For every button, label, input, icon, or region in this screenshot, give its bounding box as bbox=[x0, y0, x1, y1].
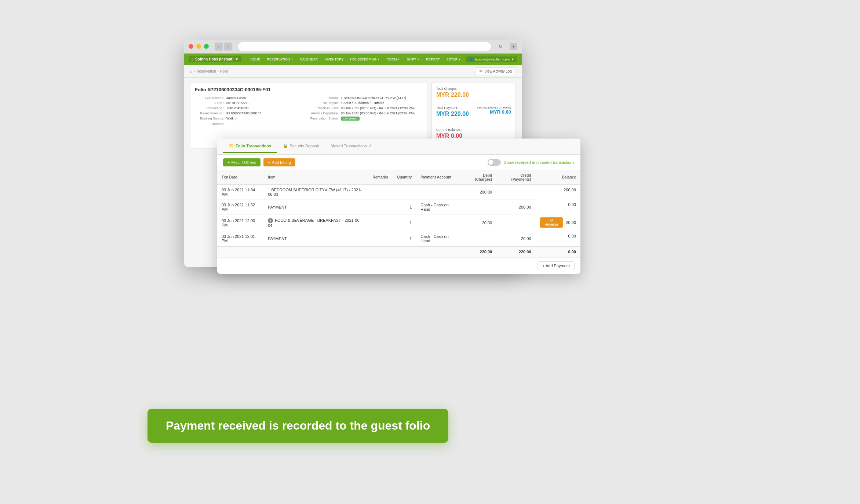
status-row: Reservation Status: Completed bbox=[309, 117, 422, 121]
pax-value: 1 Adult / 0 Children / 0 Infants bbox=[341, 101, 384, 105]
row-quantity bbox=[393, 184, 416, 199]
totals-spacer bbox=[217, 246, 462, 257]
brand-name: Softinn Hotel (Instant) bbox=[195, 57, 233, 61]
add-payment-label: + Add Payment bbox=[542, 264, 570, 268]
add-billing-label: Add Billing bbox=[272, 160, 291, 165]
row-item: 1 BEDROOM SUPERIOR CITYVIEW (4117) - 202… bbox=[263, 184, 368, 199]
guest-name-value: James Lucas bbox=[226, 96, 246, 100]
brand-badge[interactable]: ⌂ Softinn Hotel (Instant) ▼ bbox=[189, 56, 241, 62]
row-date: 03 Jun 2021 12:01 PM bbox=[217, 231, 263, 246]
reverse-button[interactable]: ↺ Reverse bbox=[540, 217, 563, 228]
table-row: 03 Jun 2021 11:52 AM PAYMENT 1 Cash - Ca… bbox=[217, 199, 580, 214]
total-charges-amount: MYR 220.00 bbox=[436, 92, 511, 98]
home-icon: ⌂ bbox=[192, 57, 194, 61]
toggle-switch[interactable] bbox=[488, 159, 501, 166]
nav-calendar[interactable]: CALENDAR bbox=[297, 56, 321, 63]
col-balance: Balance bbox=[536, 170, 580, 185]
add-billing-button[interactable]: + Add Billing bbox=[263, 158, 295, 166]
view-activity-log-button[interactable]: 👁 View Activity Log bbox=[475, 67, 516, 75]
col-item: Item bbox=[263, 170, 368, 185]
home-breadcrumb[interactable]: ⌂ bbox=[190, 69, 192, 73]
row-payment-account: Cash - Cash on Hand bbox=[416, 199, 461, 214]
status-badge: Completed bbox=[341, 117, 360, 121]
address-bar[interactable] bbox=[238, 42, 491, 51]
nav-shift[interactable]: SHIFT ▼ bbox=[404, 56, 422, 63]
back-button[interactable]: ‹ bbox=[215, 43, 223, 51]
eye-icon: 👁 bbox=[479, 69, 483, 73]
nav-report[interactable]: REPORT bbox=[423, 56, 442, 63]
add-payment-button[interactable]: + Add Payment bbox=[538, 261, 575, 270]
row-item: PAYMENT bbox=[263, 231, 368, 246]
row-credit bbox=[496, 214, 535, 231]
banner-text: Payment received is recorded to the gues… bbox=[166, 419, 430, 432]
totals-row: 220.00 220.00 0.00 bbox=[217, 246, 580, 257]
row-credit bbox=[496, 184, 535, 199]
checkin-row: Check-In / Out: 03 Jun 2021 (02:00 PM) -… bbox=[309, 106, 422, 110]
row-debit: 200.00 bbox=[462, 184, 497, 199]
close-button[interactable] bbox=[189, 44, 193, 49]
folder-icon: 📁 bbox=[229, 143, 234, 148]
forward-button[interactable]: › bbox=[224, 43, 232, 51]
nav-inventory[interactable]: INVENTORY bbox=[321, 56, 346, 63]
row-balance: 0.00 bbox=[536, 231, 580, 242]
status-label: Reservation Status: bbox=[309, 117, 339, 121]
contact-row: Contact no.: +60123456788 bbox=[195, 106, 308, 110]
tab-security-deposit[interactable]: 🔒 Security Deposit bbox=[277, 140, 325, 153]
total-credit: 220.00 bbox=[496, 246, 535, 257]
current-balance-label: Current Balance : bbox=[436, 128, 511, 132]
id-label: ID no.: bbox=[195, 101, 224, 105]
table-row: 03 Jun 2021 12:00 PM i FOOD & BEVERAGE -… bbox=[217, 214, 580, 231]
maximize-button[interactable] bbox=[204, 44, 209, 49]
nav-housekeeping[interactable]: HOUSEKEEPING ▼ bbox=[347, 56, 383, 63]
toggle-label: Show reversed and voided transactions bbox=[504, 160, 575, 165]
row-payment-account bbox=[416, 184, 461, 199]
nav-setup[interactable]: SETUP ▼ bbox=[444, 56, 464, 63]
reload-button[interactable]: ↻ bbox=[497, 43, 504, 50]
table-row: 03 Jun 2021 12:01 PM PAYMENT 1 Cash - Ca… bbox=[217, 231, 580, 246]
room-label: Room: bbox=[309, 96, 339, 100]
misc-others-button[interactable]: + Misc. / Others bbox=[223, 158, 260, 166]
arrival-row: Arrival / Departure: 03 Jun 2021 (03:00 … bbox=[309, 111, 422, 115]
guest-name-label: Guest name: bbox=[195, 96, 224, 100]
card-footer: + Add Payment bbox=[217, 257, 580, 274]
plus-icon: + bbox=[227, 160, 230, 165]
current-balance-row: Current Balance : MYR 0.00 bbox=[436, 128, 511, 139]
arrival-value: 03 Jun 2021 (03:00 PM) - 04 Jun 2021 (02… bbox=[341, 111, 415, 115]
minimize-button[interactable] bbox=[196, 44, 201, 49]
col-payment-account: Payment Account bbox=[416, 170, 461, 185]
user-badge[interactable]: 👤 farahin@mysoftinn.com ▼ bbox=[466, 56, 517, 62]
nav-home[interactable]: HOME bbox=[247, 56, 263, 63]
tab-moved-transactions[interactable]: Moved Transactions ↗ bbox=[325, 140, 377, 153]
security-deposit-amount: MYR 0.00 bbox=[477, 109, 511, 115]
tabs-header: 📁 Folio Transactions 🔒 Security Deposit … bbox=[217, 139, 580, 155]
tab-folio-transactions[interactable]: 📁 Folio Transactions bbox=[223, 140, 277, 153]
id-value: 801012115555 bbox=[226, 101, 248, 105]
reservation-breadcrumb[interactable]: Reservation bbox=[196, 69, 216, 73]
row-payment-account bbox=[416, 214, 461, 231]
row-credit: 200.00 bbox=[496, 199, 535, 214]
table-footer: 220.00 220.00 0.00 bbox=[217, 246, 580, 257]
breadcrumb: ⌂ › Reservation › Folio bbox=[190, 69, 228, 73]
checkin-value: 03 Jun 2021 (02:00 PM) - 04 Jun 2021 (12… bbox=[341, 106, 415, 110]
row-remarks bbox=[368, 199, 393, 214]
table-header: Txn Date Item Remarks Quantity Payment A… bbox=[217, 170, 580, 185]
current-balance-amount: MYR 0.00 bbox=[436, 133, 511, 139]
security-deposit-tab-label: Security Deposit bbox=[289, 144, 319, 148]
moved-transactions-label: Moved Transactions bbox=[331, 144, 367, 148]
row-debit bbox=[462, 199, 497, 214]
row-remarks bbox=[368, 214, 393, 231]
breadcrumb-bar: ⌂ › Reservation › Folio 👁 View Activity … bbox=[184, 65, 522, 78]
folio-breadcrumb[interactable]: Folio bbox=[220, 69, 228, 73]
nav-reservation[interactable]: RESERVATION ▼ bbox=[264, 56, 296, 63]
new-tab-button[interactable]: + bbox=[510, 43, 517, 50]
pax-label: No. of pax: bbox=[309, 101, 339, 105]
remark-row: Remark: bbox=[195, 122, 422, 126]
nav-room[interactable]: ROOM ▼ bbox=[384, 56, 403, 63]
row-payment-account: Cash - Cash on Hand bbox=[416, 231, 461, 246]
row-remarks bbox=[368, 231, 393, 246]
row-debit bbox=[462, 231, 497, 246]
row-quantity: 1 bbox=[393, 231, 416, 246]
col-debit: Debit (Charges) bbox=[462, 170, 497, 185]
room-row: Room: 1 BEDROOM SUPERIOR CITYVIEW (4117) bbox=[309, 96, 422, 100]
folio-title: Folio #P2106030334C-000185-F01 bbox=[195, 87, 422, 92]
